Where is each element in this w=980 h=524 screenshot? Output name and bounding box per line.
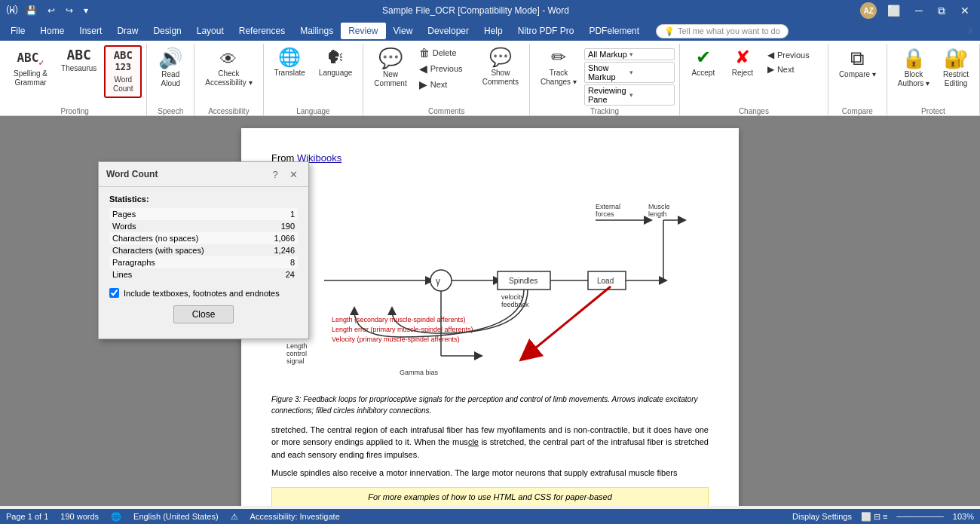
close-button[interactable]: ✕ (956, 3, 974, 18)
ribbon-group-language: 🌐 Translate 🗣 Language Language (264, 44, 364, 118)
prev-change-label: Previous (777, 51, 810, 60)
next-label: Next (430, 80, 448, 89)
ribbon-group-accessibility: 👁 CheckAccessibility ▾ Accessibility (194, 44, 263, 118)
fig-caption: Figure 3: Feedback loops for propriocept… (271, 394, 709, 416)
next-comment-button[interactable]: ▶ Next (415, 77, 475, 92)
svg-text:Spindles: Spindles (509, 277, 537, 285)
menu-references[interactable]: References (231, 23, 292, 39)
display-settings-text[interactable]: Display Settings (792, 512, 852, 521)
menu-pdfelement[interactable]: PDFelement (581, 23, 647, 39)
restrict-editing-button[interactable]: 🔐 RestrictEditing (937, 45, 975, 91)
previous-change-button[interactable]: ◀ Previous (763, 48, 823, 62)
svg-text:length: length (648, 210, 667, 218)
menu-home[interactable]: Home (32, 23, 72, 39)
ribbon-group-tracking: ✏ TrackChanges ▾ All Markup ▾ Show Marku… (530, 44, 680, 118)
redo-button[interactable]: ↪ (63, 4, 76, 17)
collapse-ribbon-button[interactable]: ∧ (964, 24, 977, 38)
check-accessibility-button[interactable]: 👁 CheckAccessibility ▾ (199, 45, 258, 90)
compare-label: Compare ▾ (839, 70, 876, 79)
accessibility-status: ⚠ (231, 512, 238, 522)
menu-help[interactable]: Help (476, 23, 510, 39)
include-checkbox-row: Include textboxes, footnotes and endnote… (109, 288, 298, 298)
stat-pages-value: 1 (257, 208, 298, 220)
show-markup-dropdown[interactable]: Show Markup ▾ (584, 62, 675, 83)
svg-text:Gamma bias: Gamma bias (400, 369, 439, 376)
ribbon: ABC✓ Spelling &Grammar ABC Thesaurus ABC… (0, 41, 980, 116)
undo-button[interactable]: ↩ (44, 4, 58, 17)
stat-chars-spaces-label: Characters (with spaces) (109, 244, 257, 256)
document-area: From Wikibooks Force control signal Driv… (0, 116, 980, 506)
previous-icon: ◀ (419, 63, 427, 75)
table-row: Pages 1 (109, 208, 298, 220)
avatar[interactable]: AZ (860, 2, 877, 19)
menu-design[interactable]: Design (145, 23, 188, 39)
svg-text:forces: forces (596, 210, 614, 218)
ribbon-display-options-button[interactable]: ⬜ (883, 3, 905, 18)
svg-text:Length: Length (286, 342, 308, 350)
reviewing-pane-dropdown[interactable]: Reviewing Pane ▾ (584, 84, 675, 106)
dialog-help-button[interactable]: ? (268, 167, 283, 182)
menu-bar: File Home Insert Draw Design Layout Refe… (0, 21, 980, 41)
menu-review[interactable]: Review (341, 23, 385, 39)
menu-mailings[interactable]: Mailings (292, 23, 341, 39)
quick-access-toolbar: 🄦 💾 ↩ ↪ ▾ (6, 4, 91, 17)
track-changes-button[interactable]: ✏ TrackChanges ▾ (534, 45, 583, 90)
show-comments-button[interactable]: 💬 ShowComments (476, 45, 525, 90)
main-content: From Wikibooks Force control signal Driv… (0, 116, 980, 506)
ribbon-group-proofing: ABC✓ Spelling &Grammar ABC Thesaurus ABC… (3, 44, 147, 118)
language-status: 🌐 (111, 512, 121, 522)
stat-lines-value: 24 (257, 268, 298, 280)
dropdown-arrow-icon: ▾ (629, 51, 671, 58)
close-dialog-button[interactable]: Close (173, 305, 234, 323)
block-authors-button[interactable]: 🔒 BlockAuthors ▾ (892, 45, 936, 91)
stat-chars-nospaces-value: 1,066 (257, 232, 298, 244)
dialog-close-x-button[interactable]: ✕ (286, 167, 301, 182)
translate-button[interactable]: 🌐 Translate (268, 45, 311, 81)
menu-developer[interactable]: Developer (420, 23, 476, 39)
stat-words-value: 190 (257, 220, 298, 232)
all-markup-dropdown[interactable]: All Markup ▾ (584, 48, 675, 60)
next-change-button[interactable]: ▶ Next (763, 63, 823, 76)
spelling-grammar-button[interactable]: ABC✓ Spelling &Grammar (8, 45, 54, 90)
language-text[interactable]: English (United States) (133, 512, 219, 521)
accessibility-text: Accessibility: Investigate (250, 512, 340, 521)
page-status: Page 1 of 1 (6, 512, 48, 521)
table-row: Lines 24 (109, 268, 298, 280)
next-change-label: Next (777, 65, 795, 74)
reject-button[interactable]: ✘ Reject (724, 45, 761, 81)
accept-button[interactable]: ✔ Accept (684, 45, 722, 81)
new-comment-button[interactable]: 💬 NewComment (368, 45, 412, 91)
include-textboxes-checkbox[interactable] (109, 288, 119, 298)
restore-button[interactable]: ⧉ (933, 3, 950, 19)
language-button[interactable]: 🗣 Language (313, 45, 359, 81)
menu-nitro[interactable]: Nitro PDF Pro (510, 23, 582, 39)
ribbon-group-changes: ✔ Accept ✘ Reject ◀ Previous ▶ Next (680, 44, 828, 118)
accept-label: Accept (692, 69, 715, 78)
tell-me-box[interactable]: 💡 Tell me what you want to do (656, 24, 789, 38)
menu-insert[interactable]: Insert (72, 23, 109, 39)
menu-layout[interactable]: Layout (189, 23, 231, 39)
save-button[interactable]: 💾 (23, 4, 40, 17)
minimize-button[interactable]: ─ (911, 3, 927, 18)
stats-table: Pages 1 Words 190 Characters (no spaces)… (109, 208, 298, 280)
previous-comment-button[interactable]: ◀ Previous (415, 61, 475, 76)
more-quick-access-button[interactable]: ▾ (81, 4, 91, 17)
menu-file[interactable]: File (3, 23, 32, 39)
reject-label: Reject (732, 69, 753, 78)
compare-button[interactable]: ⧉ Compare ▾ (833, 45, 882, 82)
delete-comment-button[interactable]: 🗑 Delete (415, 45, 475, 60)
zoom-slider[interactable]: ──────── (897, 512, 944, 521)
svg-text:External: External (596, 203, 620, 210)
dialog-title: Word Count (106, 169, 158, 179)
dropdown-arrow2-icon: ▾ (629, 69, 671, 76)
read-aloud-button[interactable]: 🔊 ReadAloud (152, 45, 189, 91)
menu-view[interactable]: View (386, 23, 421, 39)
statistics-label: Statistics: (109, 195, 298, 204)
word-count-button[interactable]: ABC123 WordCount (104, 45, 142, 98)
menu-draw[interactable]: Draw (109, 23, 145, 39)
restrict-editing-label: RestrictEditing (943, 70, 969, 88)
thesaurus-button[interactable]: ABC Thesaurus (55, 45, 103, 76)
svg-point-10 (430, 270, 452, 291)
svg-text:Muscle: Muscle (648, 203, 670, 210)
next-icon: ▶ (419, 78, 427, 90)
